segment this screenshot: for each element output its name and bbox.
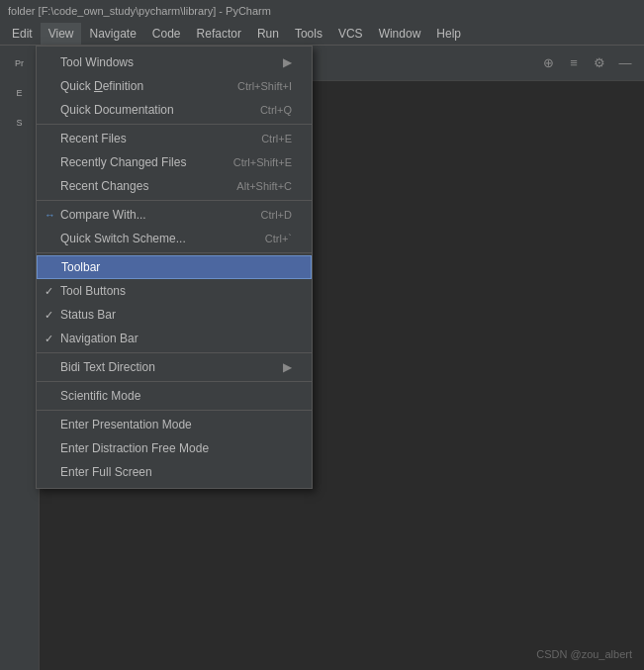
menu-item-enter-full-screen[interactable]: Enter Full Screen <box>37 460 312 484</box>
menu-label-enter-full-screen: Enter Full Screen <box>60 465 292 479</box>
menu-item-enter-distraction-free-mode[interactable]: Enter Distraction Free Mode <box>37 436 312 460</box>
menu-item-navigation-bar[interactable]: ✓ Navigation Bar <box>37 327 312 350</box>
separator-4 <box>37 352 312 353</box>
menu-label-quick-switch-scheme: Quick Switch Scheme... <box>60 232 245 245</box>
watermark: CSDN @zou_albert <box>536 648 632 660</box>
sidebar: Pr E S <box>0 46 40 670</box>
arrow-icon-bidi: ▶ <box>283 360 292 374</box>
menu-navigate[interactable]: Navigate <box>81 23 143 45</box>
sidebar-structure[interactable]: S <box>2 109 38 137</box>
checkmark-status-bar: ✓ <box>45 309 60 322</box>
menu-item-compare-with[interactable]: ↔ Compare With... Ctrl+D <box>37 203 312 227</box>
menu-edit[interactable]: Edit <box>4 23 41 45</box>
menu-bar: Edit View Navigate Code Refactor Run Too… <box>0 22 644 46</box>
menu-item-quick-documentation[interactable]: Quick Documentation Ctrl+Q <box>37 98 312 122</box>
separator-3 <box>37 252 312 253</box>
toolbar-settings-icon[interactable]: ⚙ <box>589 52 610 74</box>
sidebar-project[interactable]: Pr <box>2 49 38 77</box>
menu-window[interactable]: Window <box>371 23 429 45</box>
menu-item-recent-changes[interactable]: Recent Changes Alt+Shift+C <box>37 174 312 198</box>
menu-label-bidi-text-direction: Bidi Text Direction <box>60 360 275 374</box>
toolbar-globe-icon[interactable]: ⊕ <box>537 52 559 74</box>
shortcut-recent-files: Ctrl+E <box>261 133 292 144</box>
view-dropdown: Tool Windows ▶ Quick Definition Ctrl+Shi… <box>36 46 313 489</box>
menu-item-quick-definition[interactable]: Quick Definition Ctrl+Shift+I <box>37 74 312 98</box>
menu-label-recent-changes: Recent Changes <box>60 179 217 193</box>
separator-2 <box>37 200 312 201</box>
shortcut-recently-changed-files: Ctrl+Shift+E <box>233 156 292 168</box>
menu-help[interactable]: Help <box>428 23 469 45</box>
menu-label-tool-windows: Tool Windows <box>60 55 275 69</box>
toolbar-minimize-icon[interactable]: — <box>614 52 636 74</box>
menu-label-compare-with: Compare With... <box>60 208 241 222</box>
separator-6 <box>37 410 312 411</box>
menu-view[interactable]: View <box>41 23 82 45</box>
menu-tools[interactable]: Tools <box>287 23 330 45</box>
toolbar-icons: ⊕ ≡ ⚙ — <box>537 52 636 74</box>
menu-item-quick-switch-scheme[interactable]: Quick Switch Scheme... Ctrl+` <box>37 227 312 250</box>
shortcut-compare-with: Ctrl+D <box>261 209 292 221</box>
shortcut-quick-switch-scheme: Ctrl+` <box>265 233 292 244</box>
title-text: folder [F:\code_own_study\pycharm\librar… <box>8 5 271 17</box>
menu-label-status-bar: Status Bar <box>60 308 292 322</box>
menu-label-scientific-mode: Scientific Mode <box>60 389 292 403</box>
menu-label-recent-files: Recent Files <box>60 132 241 145</box>
menu-label-navigation-bar: Navigation Bar <box>60 332 292 345</box>
menu-item-recently-changed-files[interactable]: Recently Changed Files Ctrl+Shift+E <box>37 150 312 174</box>
menu-label-quick-definition: Quick Definition <box>60 79 218 93</box>
menu-item-tool-windows[interactable]: Tool Windows ▶ <box>37 50 312 74</box>
menu-item-scientific-mode[interactable]: Scientific Mode <box>37 384 312 408</box>
menu-label-tool-buttons: Tool Buttons <box>60 284 292 298</box>
menu-run[interactable]: Run <box>249 23 287 45</box>
separator-1 <box>37 124 312 125</box>
menu-item-tool-buttons[interactable]: ✓ Tool Buttons <box>37 279 312 303</box>
shortcut-quick-documentation: Ctrl+Q <box>260 104 292 116</box>
menu-item-status-bar[interactable]: ✓ Status Bar <box>37 303 312 327</box>
menu-label-enter-distraction-free-mode: Enter Distraction Free Mode <box>60 441 292 455</box>
menu-label-quick-documentation: Quick Documentation <box>60 103 240 117</box>
menu-label-toolbar: Toolbar <box>61 260 291 274</box>
checkmark-navigation-bar: ✓ <box>45 333 60 345</box>
sidebar-event-log[interactable]: E <box>2 79 38 107</box>
watermark-text: CSDN @zou_albert <box>536 648 632 660</box>
separator-5 <box>37 381 312 382</box>
shortcut-recent-changes: Alt+Shift+C <box>236 180 292 192</box>
arrow-icon: ▶ <box>283 55 292 69</box>
menu-item-bidi-text-direction[interactable]: Bidi Text Direction ▶ <box>37 355 312 379</box>
checkmark-tool-buttons: ✓ <box>45 285 60 298</box>
menu-item-toolbar[interactable]: Toolbar <box>37 255 312 279</box>
menu-label-enter-presentation-mode: Enter Presentation Mode <box>60 418 292 431</box>
menu-item-enter-presentation-mode[interactable]: Enter Presentation Mode <box>37 413 312 436</box>
shortcut-quick-definition: Ctrl+Shift+I <box>237 80 292 92</box>
menu-code[interactable]: Code <box>144 23 189 45</box>
menu-vcs[interactable]: VCS <box>330 23 371 45</box>
toolbar-split-icon[interactable]: ≡ <box>563 52 585 74</box>
menu-label-recently-changed-files: Recently Changed Files <box>60 155 214 169</box>
compare-icon: ↔ <box>45 209 60 221</box>
menu-item-recent-files[interactable]: Recent Files Ctrl+E <box>37 127 312 150</box>
menu-refactor[interactable]: Refactor <box>189 23 249 45</box>
title-bar: folder [F:\code_own_study\pycharm\librar… <box>0 0 644 22</box>
dropdown-menu: Tool Windows ▶ Quick Definition Ctrl+Shi… <box>36 46 313 489</box>
